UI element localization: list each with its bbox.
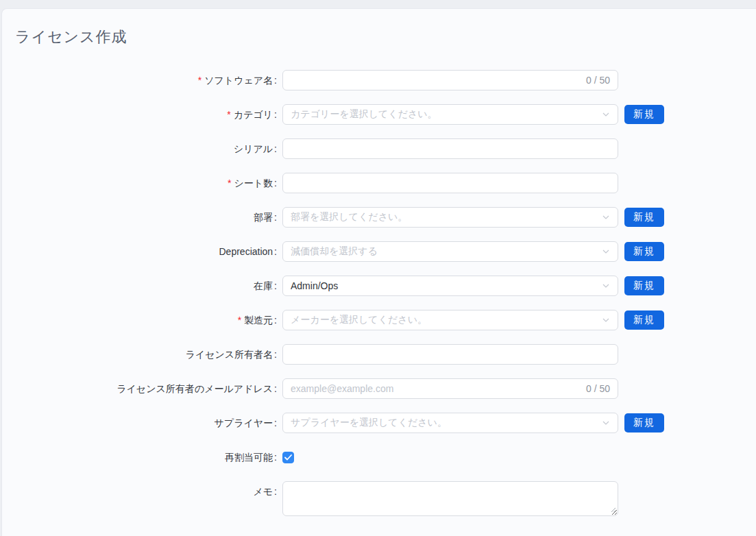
supplier-select-placeholder: サプライヤーを選択してください。: [291, 417, 602, 429]
supplier-new-button[interactable]: 新規: [624, 413, 664, 433]
stock-select-value: Admin/Ops: [291, 280, 602, 291]
form-row-reassignable: 再割当可能:: [2, 447, 756, 467]
chevron-down-icon: [602, 316, 610, 324]
stock-select[interactable]: Admin/Ops: [282, 276, 618, 296]
form-row-category: *カテゴリ: カテゴリーを選択してください。 新規: [2, 104, 756, 125]
software-name-char-counter: 0 / 50: [586, 75, 610, 86]
chevron-down-icon: [602, 419, 610, 427]
form-row-depreciation: Depreciation: 減価償却を選択する 新規: [2, 241, 756, 262]
required-asterisk: *: [228, 178, 231, 188]
manufacturer-label: *製造元:: [2, 310, 277, 330]
license-create-form: *ソフトウェア名: 0 / 50 *カテゴリ: カテゴリーを選択してください。 …: [2, 70, 756, 519]
form-row-department: 部署: 部署を選択してください。 新規: [2, 207, 756, 228]
notes-textarea[interactable]: [282, 481, 618, 516]
supplier-select[interactable]: サプライヤーを選択してください。: [282, 413, 618, 433]
owner-name-label: ライセンス所有者名:: [2, 344, 277, 365]
serial-input[interactable]: [282, 138, 618, 159]
page-title: ライセンス作成: [2, 9, 756, 47]
stock-new-button[interactable]: 新規: [624, 276, 664, 295]
required-asterisk: *: [227, 109, 230, 120]
required-asterisk: *: [238, 315, 241, 326]
chevron-down-icon: [602, 282, 610, 290]
owner-email-char-counter: 0 / 50: [586, 383, 610, 394]
reassignable-label: 再割当可能:: [2, 447, 277, 467]
form-row-stock: 在庫: Admin/Ops 新規: [2, 276, 756, 296]
form-row-notes: メモ:: [2, 481, 756, 519]
stock-label: 在庫:: [2, 276, 277, 296]
owner-email-input-wrap: 0 / 50: [282, 378, 618, 399]
category-select[interactable]: カテゴリーを選択してください。: [282, 104, 618, 125]
form-row-owner-name: ライセンス所有者名:: [2, 344, 756, 365]
check-icon: [284, 454, 292, 461]
depreciation-select[interactable]: 減価償却を選択する: [282, 241, 618, 262]
category-select-placeholder: カテゴリーを選択してください。: [291, 108, 602, 121]
manufacturer-select[interactable]: メーカーを選択してください。: [282, 310, 618, 330]
seats-label: *シート数:: [2, 173, 277, 193]
seats-input[interactable]: [282, 173, 618, 193]
software-name-input-wrap: 0 / 50: [282, 70, 618, 90]
department-select[interactable]: 部署を選択してください。: [282, 207, 618, 228]
software-name-label: *ソフトウェア名:: [2, 70, 277, 90]
chevron-down-icon: [602, 110, 610, 119]
chevron-down-icon: [602, 247, 610, 256]
department-new-button[interactable]: 新規: [624, 208, 664, 227]
owner-email-input[interactable]: [291, 380, 581, 398]
owner-email-label: ライセンス所有者のメールアドレス:: [2, 378, 277, 399]
notes-label: メモ:: [2, 481, 277, 502]
manufacturer-new-button[interactable]: 新規: [624, 310, 664, 330]
form-row-software-name: *ソフトウェア名: 0 / 50: [2, 70, 756, 90]
reassignable-checkbox[interactable]: [282, 452, 294, 463]
category-label: *カテゴリ:: [2, 104, 277, 125]
supplier-label: サプライヤー:: [2, 413, 277, 433]
form-row-manufacturer: *製造元: メーカーを選択してください。 新規: [2, 310, 756, 330]
form-row-owner-email: ライセンス所有者のメールアドレス: 0 / 50: [2, 378, 756, 399]
chevron-down-icon: [602, 213, 610, 221]
department-label: 部署:: [2, 207, 277, 228]
depreciation-label: Depreciation:: [2, 241, 277, 262]
required-asterisk: *: [198, 75, 202, 86]
software-name-input[interactable]: [291, 71, 581, 89]
form-row-supplier: サプライヤー: サプライヤーを選択してください。 新規: [2, 413, 756, 433]
depreciation-select-placeholder: 減価償却を選択する: [291, 245, 602, 258]
manufacturer-select-placeholder: メーカーを選択してください。: [291, 314, 602, 326]
serial-label: シリアル:: [2, 138, 277, 159]
depreciation-new-button[interactable]: 新規: [624, 242, 664, 261]
department-select-placeholder: 部署を選択してください。: [291, 211, 602, 223]
category-new-button[interactable]: 新規: [624, 105, 664, 124]
owner-name-input[interactable]: [282, 344, 618, 365]
form-row-seats: *シート数:: [2, 173, 756, 193]
license-create-card: ライセンス作成 *ソフトウェア名: 0 / 50 *カテゴリ: カテゴリーを選択…: [1, 8, 756, 536]
form-row-serial: シリアル:: [2, 138, 756, 159]
